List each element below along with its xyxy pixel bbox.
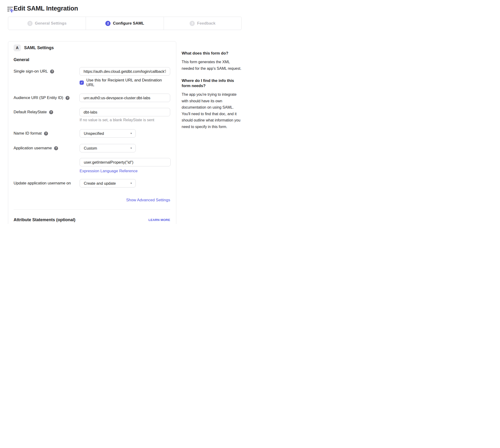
general-section-heading: General xyxy=(14,57,170,62)
saml-settings-card: A SAML Settings General Single sign-on U… xyxy=(8,41,176,224)
sidebar-answer-1: This form generates the XML needed for t… xyxy=(182,59,243,72)
sidebar-question-1: What does this form do? xyxy=(182,51,243,56)
help-sidebar: What does this form do? This form genera… xyxy=(182,41,243,130)
update-username-label: Update application username on xyxy=(14,181,71,186)
audience-uri-input[interactable] xyxy=(79,94,170,102)
chevron-down-icon: ▼ xyxy=(130,132,132,135)
application-username-label: Application username xyxy=(14,146,52,150)
wizard-step-feedback[interactable]: 3 Feedback xyxy=(164,17,241,30)
section-a-badge: A xyxy=(14,45,21,51)
update-username-select[interactable]: Create and update ▼ xyxy=(80,179,136,188)
sso-url-label: Single sign-on URL xyxy=(14,69,48,74)
help-icon[interactable]: ? xyxy=(50,69,54,74)
help-icon[interactable]: ? xyxy=(44,131,48,136)
application-username-value: Custom xyxy=(84,146,97,150)
sso-url-row: Single sign-on URL ? xyxy=(14,67,170,76)
sidebar-answer-2: The app you're trying to integrate with … xyxy=(182,91,243,130)
attribute-statements-heading: Attribute Statements (optional) xyxy=(14,217,75,222)
section-divider xyxy=(14,209,170,210)
audience-uri-row: Audience URI (SP Entity ID) ? xyxy=(14,94,170,102)
custom-expression-input[interactable] xyxy=(80,158,171,166)
wizard-steps: 1 General Settings 2 Configure SAML 3 Fe… xyxy=(8,17,242,30)
recipient-url-checkbox-label: Use this for Recipient URL and Destinati… xyxy=(86,78,170,87)
sidebar-question-2: Where do I find the info this form needs… xyxy=(182,78,243,88)
sso-url-input[interactable] xyxy=(79,67,170,76)
relay-state-input[interactable] xyxy=(79,108,170,116)
help-icon[interactable]: ? xyxy=(54,146,58,150)
help-icon[interactable]: ? xyxy=(49,110,53,114)
step-3-label: Feedback xyxy=(197,21,215,26)
step-1-label: General Settings xyxy=(35,21,66,26)
update-username-row: Update application username on Create an… xyxy=(14,179,170,188)
application-username-row: Application username ? Custom ▼ xyxy=(14,144,170,152)
application-username-select[interactable]: Custom ▼ xyxy=(80,144,136,152)
chevron-down-icon: ▼ xyxy=(130,147,132,149)
audience-uri-label: Audience URI (SP Entity ID) xyxy=(14,96,63,100)
relay-state-label: Default RelayState xyxy=(14,110,47,114)
wizard-step-configure-saml[interactable]: 2 Configure SAML xyxy=(86,17,163,30)
recipient-url-checkbox-row: ✓ Use this for Recipient URL and Destina… xyxy=(80,78,170,87)
relay-state-helper-text: If no value is set, a blank RelayState i… xyxy=(80,118,170,122)
step-3-badge: 3 xyxy=(190,21,195,26)
name-id-format-row: Name ID format ? Unspecified ▼ xyxy=(14,129,170,138)
edit-saml-integration-page: Edit SAML Integration 1 General Settings… xyxy=(0,0,250,224)
relay-state-row: Default RelayState ? xyxy=(14,108,170,116)
name-id-format-value: Unspecified xyxy=(84,131,104,136)
step-2-label: Configure SAML xyxy=(113,21,144,26)
expression-language-reference-link[interactable]: Expression Language Reference xyxy=(80,169,138,174)
name-id-format-label: Name ID format xyxy=(14,131,42,136)
card-title: SAML Settings xyxy=(24,45,54,50)
chevron-down-icon: ▼ xyxy=(130,182,132,184)
recipient-url-checkbox[interactable]: ✓ xyxy=(80,80,84,85)
page-title: Edit SAML Integration xyxy=(14,5,78,12)
help-icon[interactable]: ? xyxy=(65,96,69,100)
show-advanced-settings-link[interactable]: Show Advanced Settings xyxy=(126,198,170,202)
update-username-value: Create and update xyxy=(84,181,116,186)
wizard-step-general-settings[interactable]: 1 General Settings xyxy=(8,17,86,30)
page-header: Edit SAML Integration xyxy=(0,0,250,12)
step-2-badge: 2 xyxy=(105,21,111,26)
learn-more-link[interactable]: LEARN MORE xyxy=(148,218,170,222)
grid-plus-icon xyxy=(7,7,13,12)
step-1-badge: 1 xyxy=(27,21,32,26)
name-id-format-select[interactable]: Unspecified ▼ xyxy=(80,129,136,138)
